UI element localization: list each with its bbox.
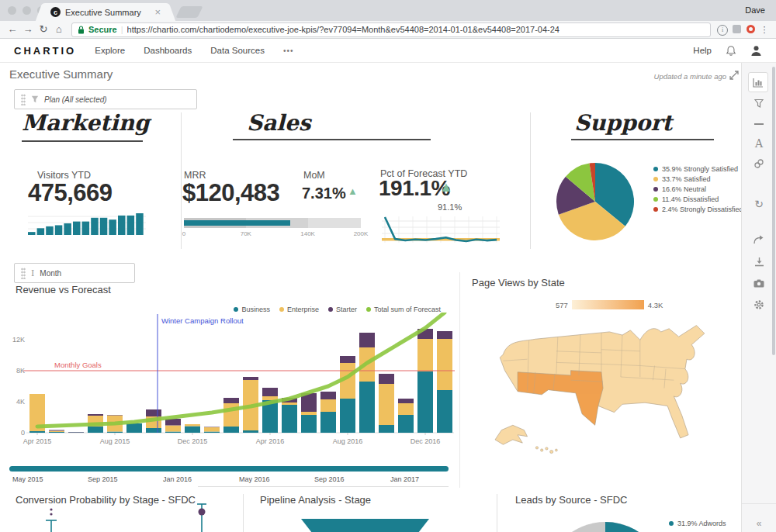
text-tool-icon[interactable]: A — [750, 134, 768, 153]
plan-filter-label: Plan (All selected) — [44, 95, 107, 104]
user-account-icon[interactable] — [750, 45, 762, 57]
divider — [198, 486, 449, 487]
browser-menu-icon[interactable]: ⋮ — [757, 25, 771, 35]
tab-close-icon[interactable]: × — [154, 7, 161, 17]
map-gradient-bar — [572, 300, 644, 309]
divider — [742, 503, 776, 504]
map-high-region-southwest — [518, 371, 603, 426]
map-scale-max: 4.3K — [648, 301, 663, 309]
share-icon[interactable] — [750, 230, 768, 249]
mrr-bullet-axis: 070K140K200K — [184, 230, 361, 238]
drag-handle-icon[interactable] — [21, 94, 26, 105]
help-link[interactable]: Help — [693, 46, 712, 55]
legend-item[interactable]: 16.6% Neutral — [653, 184, 743, 194]
tab-title: Executive Summary — [65, 8, 150, 17]
snapshot-camera-icon[interactable] — [750, 274, 768, 292]
chartio-logo[interactable]: CHARTIO — [14, 45, 76, 57]
revenue-chart-title: Revenue vs Forecast — [16, 284, 111, 295]
satisfaction-pie-chart[interactable] — [554, 161, 636, 243]
chartio-favicon-icon: c — [50, 7, 61, 17]
home-button[interactable]: ⌂ — [51, 22, 67, 37]
pct-forecast-sparkline-chart[interactable] — [382, 215, 500, 246]
plan-filter[interactable]: Plan (All selected) — [14, 89, 197, 109]
section-divider — [181, 112, 182, 249]
nav-more-icon[interactable]: ••• — [283, 47, 294, 55]
collapse-sidebar-icon[interactable]: « — [750, 514, 768, 532]
secure-badge: Secure — [88, 25, 117, 34]
interval-icon: I — [31, 268, 34, 278]
mrr-value: $120,483 — [182, 179, 279, 207]
section-title-support: Support — [571, 108, 714, 140]
svg-text:Aug 2016: Aug 2016 — [333, 437, 363, 445]
drag-handle-icon[interactable] — [21, 268, 26, 279]
page-title: Executive Summary — [9, 67, 113, 81]
funnel-chart[interactable] — [301, 519, 433, 532]
page-info-icon[interactable]: i — [715, 24, 729, 36]
forward-button[interactable]: → — [20, 22, 36, 37]
svg-text:Dec 2015: Dec 2015 — [178, 437, 208, 445]
extension-red-icon[interactable] — [743, 25, 757, 35]
tab-strip: c Executive Summary × Dave — [0, 0, 776, 21]
nav-item-data-sources[interactable]: Data Sources — [210, 46, 265, 55]
month-filter[interactable]: I Month — [14, 263, 135, 283]
svg-text:4K: 4K — [16, 398, 25, 406]
reload-button[interactable]: ↻ — [36, 22, 51, 37]
window-minimize-button[interactable] — [23, 6, 31, 15]
charts-tool-icon[interactable] — [748, 72, 768, 92]
browser-profile-name[interactable]: Dave — [745, 5, 765, 15]
extension-icon[interactable] — [729, 25, 743, 35]
hawaii — [535, 447, 557, 454]
url-separator: | — [121, 25, 123, 34]
refresh-icon[interactable]: ↻ — [750, 195, 768, 213]
mrr-bullet-chart[interactable] — [184, 218, 361, 228]
svg-text:Dec 2016: Dec 2016 — [411, 437, 441, 445]
notifications-bell-icon[interactable] — [726, 45, 736, 57]
fullscreen-expand-icon[interactable] — [729, 71, 739, 80]
filter-funnel-icon — [31, 95, 39, 103]
leads-pie-chart[interactable] — [543, 517, 669, 532]
lock-icon — [78, 26, 85, 34]
chart-range-scrollbar[interactable] — [9, 466, 449, 472]
svg-text:Monthly Goals: Monthly Goals — [54, 361, 102, 369]
map-color-scale: 577 4.3K — [556, 300, 663, 309]
section-title-sales: Sales — [233, 108, 431, 140]
section-title-marketing: Marketing — [22, 108, 143, 142]
nav-item-explore[interactable]: Explore — [95, 46, 125, 55]
conversion-chart-title: Conversion Probability by Stage - SFDC — [16, 494, 196, 506]
leads-pie-legend[interactable]: 31.9% Adwords — [669, 520, 726, 527]
legend-item[interactable]: 2.4% Strongly Dissatisfied — [653, 204, 743, 214]
link-tool-icon[interactable] — [750, 154, 768, 173]
new-tab-button[interactable] — [175, 6, 203, 18]
browser-tab[interactable]: c Executive Summary × — [43, 3, 168, 21]
mom-value: 7.31% — [302, 185, 346, 202]
url-text: https://chartio.com/chartiodemo/executiv… — [127, 25, 559, 34]
legend-item[interactable]: 35.9% Strongly Satisfied — [653, 164, 743, 174]
divider-tool-icon[interactable] — [750, 115, 768, 133]
download-icon[interactable] — [750, 252, 768, 271]
settings-gear-icon[interactable] — [750, 295, 768, 314]
nav-item-dashboards[interactable]: Dashboards — [144, 46, 192, 55]
map-title: Page Views by State — [472, 277, 565, 288]
window-close-button[interactable] — [8, 6, 16, 15]
visitors-ytd-value: 475,669 — [28, 179, 113, 207]
svg-text:Apr 2016: Apr 2016 — [256, 437, 285, 445]
mom-up-triangle-icon: ▲ — [348, 185, 358, 197]
panel-divider — [459, 272, 460, 488]
vertical-scrollbar[interactable] — [772, 67, 775, 355]
back-button[interactable]: ← — [5, 22, 20, 37]
leads-chart-title: Leads by Source - SFDC — [515, 494, 628, 506]
revenue-vs-forecast-chart[interactable]: 04K8K12KMonthly GoalsWinter Campaign Rol… — [6, 313, 460, 456]
boxplot-glyph[interactable] — [40, 506, 64, 532]
us-choropleth-map[interactable] — [469, 313, 733, 461]
dashboard-tools-sidebar: A ↻ « — [741, 63, 776, 532]
dashboard: Executive Summary Updated a minute ago P… — [0, 63, 776, 532]
boxplot-glyph[interactable] — [191, 502, 214, 532]
visitors-sparkline-chart[interactable] — [28, 212, 146, 235]
legend-item[interactable]: 11.4% Dissatisfied — [653, 194, 743, 204]
url-bar[interactable]: Secure | https://chartio.com/chartiodemo… — [71, 22, 711, 37]
map-scale-min: 577 — [556, 301, 568, 309]
panel-divider — [497, 494, 497, 532]
alaska — [495, 425, 528, 444]
filter-tool-icon[interactable] — [750, 94, 768, 112]
legend-item[interactable]: 33.7% Satisfied — [653, 174, 743, 184]
